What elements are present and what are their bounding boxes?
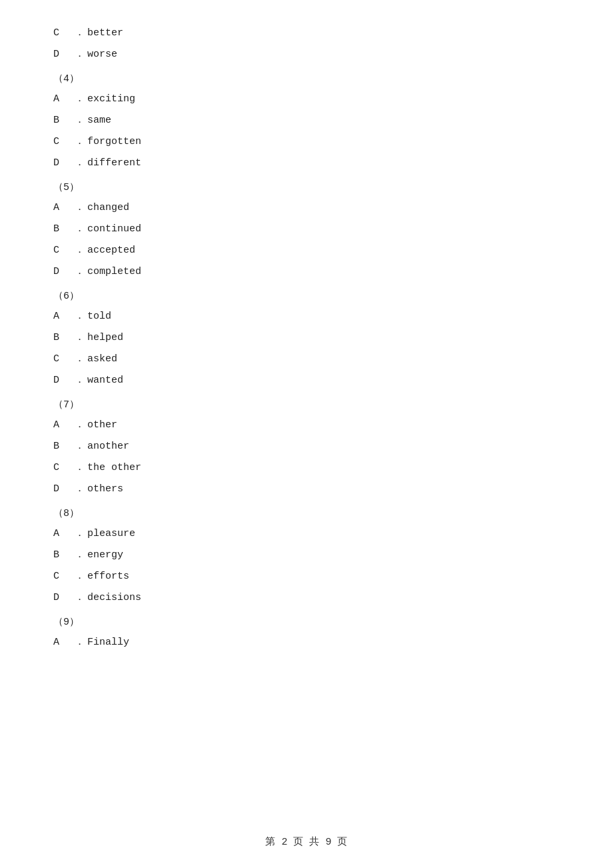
option-letter-3-1: B xyxy=(53,330,72,346)
option-letter-4-3: D xyxy=(53,481,72,497)
question-number-1: （4） xyxy=(53,72,560,85)
option-text-4-1: another xyxy=(87,439,129,455)
option-letter-0-0: C xyxy=(53,25,72,41)
option-text-4-3: others xyxy=(87,481,123,497)
option-text-3-2: asked xyxy=(87,351,117,367)
option-3-2[interactable]: C．asked xyxy=(53,351,560,367)
option-text-0-1: worse xyxy=(87,47,117,63)
option-letter-4-2: C xyxy=(53,460,72,476)
option-dot-0-0: ． xyxy=(75,25,85,41)
option-5-2[interactable]: C．efforts xyxy=(53,569,560,585)
option-dot-3-2: ． xyxy=(75,351,85,367)
option-letter-5-0: A xyxy=(53,526,72,542)
option-letter-6-0: A xyxy=(53,635,72,651)
option-dot-4-0: ． xyxy=(75,417,85,433)
option-dot-2-3: ． xyxy=(75,264,85,280)
option-6-0[interactable]: A．Finally xyxy=(53,635,560,651)
option-letter-2-0: A xyxy=(53,200,72,216)
option-letter-5-1: B xyxy=(53,547,72,563)
question-number-2: （5） xyxy=(53,181,560,193)
option-3-1[interactable]: B．helped xyxy=(53,330,560,346)
option-2-3[interactable]: D．completed xyxy=(53,264,560,280)
option-text-2-0: changed xyxy=(87,200,129,216)
option-5-0[interactable]: A．pleasure xyxy=(53,526,560,542)
question-group-5: （8）A．pleasureB．energyC．effortsD．decision… xyxy=(53,507,560,606)
option-text-5-3: decisions xyxy=(87,590,141,606)
option-2-1[interactable]: B．continued xyxy=(53,221,560,237)
option-dot-0-1: ． xyxy=(75,47,85,63)
option-text-0-0: better xyxy=(87,25,123,41)
option-letter-1-1: B xyxy=(53,113,72,129)
option-text-5-0: pleasure xyxy=(87,526,135,542)
page-content: C．betterD．worse（4）A．excitingB．sameC．forg… xyxy=(0,0,613,696)
option-letter-4-1: B xyxy=(53,439,72,455)
option-5-3[interactable]: D．decisions xyxy=(53,590,560,606)
option-dot-4-2: ． xyxy=(75,460,85,476)
option-text-1-0: exciting xyxy=(87,91,135,107)
option-text-5-2: efforts xyxy=(87,569,129,585)
option-dot-3-1: ． xyxy=(75,330,85,346)
option-text-3-1: helped xyxy=(87,330,123,346)
question-group-1: （4）A．excitingB．sameC．forgottenD．differen… xyxy=(53,72,560,171)
option-text-2-2: accepted xyxy=(87,243,135,259)
option-0-1[interactable]: D．worse xyxy=(53,47,560,63)
option-4-0[interactable]: A．other xyxy=(53,417,560,433)
option-letter-1-2: C xyxy=(53,134,72,150)
option-dot-2-1: ． xyxy=(75,221,85,237)
option-dot-1-1: ． xyxy=(75,113,85,129)
option-text-2-3: completed xyxy=(87,264,141,280)
option-letter-2-2: C xyxy=(53,243,72,259)
question-group-2: （5）A．changedB．continuedC．acceptedD．compl… xyxy=(53,181,560,280)
option-dot-2-2: ． xyxy=(75,243,85,259)
option-dot-1-0: ． xyxy=(75,91,85,107)
option-2-0[interactable]: A．changed xyxy=(53,200,560,216)
option-dot-1-3: ． xyxy=(75,155,85,171)
option-letter-2-1: B xyxy=(53,221,72,237)
option-letter-3-0: A xyxy=(53,309,72,325)
option-4-2[interactable]: C．the other xyxy=(53,460,560,476)
question-group-6: （9）A．Finally xyxy=(53,615,560,651)
option-text-1-1: same xyxy=(87,113,111,129)
option-letter-5-3: D xyxy=(53,590,72,606)
option-letter-3-3: D xyxy=(53,373,72,389)
option-dot-3-3: ． xyxy=(75,373,85,389)
option-3-3[interactable]: D．wanted xyxy=(53,373,560,389)
option-dot-4-3: ． xyxy=(75,481,85,497)
option-dot-6-0: ． xyxy=(75,635,85,651)
option-letter-1-0: A xyxy=(53,91,72,107)
option-text-1-2: forgotten xyxy=(87,134,141,150)
option-dot-2-0: ． xyxy=(75,200,85,216)
option-dot-1-2: ． xyxy=(75,134,85,150)
option-2-2[interactable]: C．accepted xyxy=(53,243,560,259)
option-letter-2-3: D xyxy=(53,264,72,280)
option-text-3-3: wanted xyxy=(87,373,123,389)
option-dot-5-2: ． xyxy=(75,569,85,585)
option-text-4-0: other xyxy=(87,417,117,433)
option-text-3-0: told xyxy=(87,309,111,325)
option-5-1[interactable]: B．energy xyxy=(53,547,560,563)
option-dot-5-1: ． xyxy=(75,547,85,563)
option-4-3[interactable]: D．others xyxy=(53,481,560,497)
option-0-0[interactable]: C．better xyxy=(53,25,560,41)
option-1-3[interactable]: D．different xyxy=(53,155,560,171)
option-1-1[interactable]: B．same xyxy=(53,113,560,129)
option-dot-4-1: ． xyxy=(75,439,85,455)
option-4-1[interactable]: B．another xyxy=(53,439,560,455)
option-letter-5-2: C xyxy=(53,569,72,585)
option-1-2[interactable]: C．forgotten xyxy=(53,134,560,150)
option-text-1-3: different xyxy=(87,155,141,171)
question-number-5: （8） xyxy=(53,507,560,519)
option-letter-3-2: C xyxy=(53,351,72,367)
option-3-0[interactable]: A．told xyxy=(53,309,560,325)
option-text-6-0: Finally xyxy=(87,635,129,651)
question-number-3: （6） xyxy=(53,289,560,302)
option-dot-5-3: ． xyxy=(75,590,85,606)
option-letter-1-3: D xyxy=(53,155,72,171)
question-group-3: （6）A．toldB．helpedC．askedD．wanted xyxy=(53,289,560,389)
footer-text: 第 2 页 共 9 页 xyxy=(265,837,347,848)
option-text-2-1: continued xyxy=(87,221,141,237)
option-letter-0-1: D xyxy=(53,47,72,63)
question-number-6: （9） xyxy=(53,615,560,628)
option-dot-5-0: ． xyxy=(75,526,85,542)
option-1-0[interactable]: A．exciting xyxy=(53,91,560,107)
